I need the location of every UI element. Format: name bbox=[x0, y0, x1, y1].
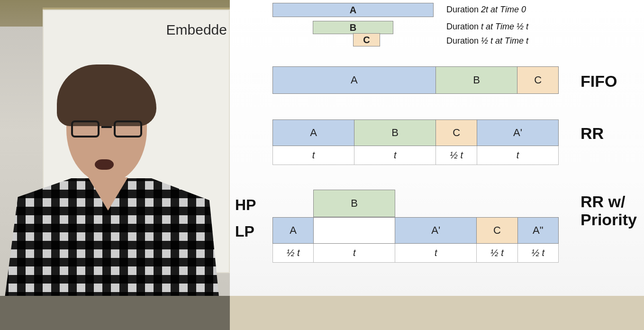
rr-row: A B C A' bbox=[272, 119, 559, 146]
slide-lower-strip bbox=[230, 296, 644, 330]
rrp-time-1: t bbox=[314, 244, 395, 263]
glasses-icon bbox=[71, 120, 142, 139]
presenter-hair bbox=[57, 64, 156, 126]
intro-desc-a: Duration 2t at Time 0 bbox=[446, 5, 526, 15]
intro-cell-b: B bbox=[313, 21, 393, 34]
fifo-seg-b: B bbox=[436, 66, 517, 94]
intro-row-c: C bbox=[353, 33, 380, 46]
rrp-hp-row: B bbox=[313, 190, 395, 217]
rrp-lp-seg-0: A bbox=[272, 217, 314, 244]
whiteboard-text: Embedde bbox=[166, 22, 227, 38]
rrp-lp-row: A A' C A" bbox=[272, 217, 559, 244]
fifo-row: A B C bbox=[272, 66, 559, 94]
rr-label: RR bbox=[581, 124, 604, 143]
intro-desc-b: Duration t at Time ½ t bbox=[446, 22, 528, 32]
rr-time-0: t bbox=[272, 146, 354, 165]
intro-cell-c: C bbox=[353, 33, 380, 46]
rrp-time-3: ½ t bbox=[477, 244, 517, 263]
intro-desc-c: Duration ½ t at Time t bbox=[446, 36, 528, 46]
presenter-video: Embedde bbox=[0, 0, 230, 330]
fifo-seg-a: A bbox=[272, 66, 436, 94]
fifo-seg-c: C bbox=[517, 66, 559, 94]
intro-row-b: B bbox=[313, 21, 393, 34]
rr-time-2: ½ t bbox=[436, 146, 477, 165]
rrp-label-line2: Priority bbox=[581, 211, 637, 229]
rrp-time-2: t bbox=[395, 244, 477, 263]
rrp-time-row: ½ t t t ½ t ½ t bbox=[272, 244, 559, 263]
rr-seg-2: C bbox=[436, 119, 477, 146]
rrp-lp-seg-3: C bbox=[477, 217, 517, 244]
rr-seg-1: B bbox=[354, 119, 436, 146]
rr-time-3: t bbox=[477, 146, 559, 165]
rrp-lp-seg-4: A" bbox=[518, 217, 559, 244]
rr-seg-3: A' bbox=[477, 119, 559, 146]
video-lower-strip bbox=[0, 296, 230, 330]
rrp-lp-seg-1 bbox=[314, 217, 395, 244]
lp-label: LP bbox=[235, 223, 254, 240]
presenter-mouth bbox=[95, 159, 114, 170]
rrp-time-0: ½ t bbox=[272, 244, 314, 263]
intro-cell-a: A bbox=[272, 3, 434, 17]
rr-time-row: t t ½ t t bbox=[272, 146, 559, 165]
hp-label: HP bbox=[235, 196, 256, 214]
rrp-lp-seg-2: A' bbox=[395, 217, 477, 244]
rrp-label-line1: RR w/ bbox=[581, 192, 625, 211]
rrp-hp-seg-b: B bbox=[313, 190, 395, 217]
intro-row-a: A bbox=[272, 3, 434, 17]
rr-time-1: t bbox=[354, 146, 436, 165]
rr-seg-0: A bbox=[272, 119, 354, 146]
stage: Embedde A B C Duration 2t at Time 0 Dura… bbox=[0, 0, 644, 330]
fifo-label: FIFO bbox=[581, 72, 617, 91]
rrp-time-4: ½ t bbox=[518, 244, 559, 263]
presenter-silhouette bbox=[0, 64, 223, 330]
